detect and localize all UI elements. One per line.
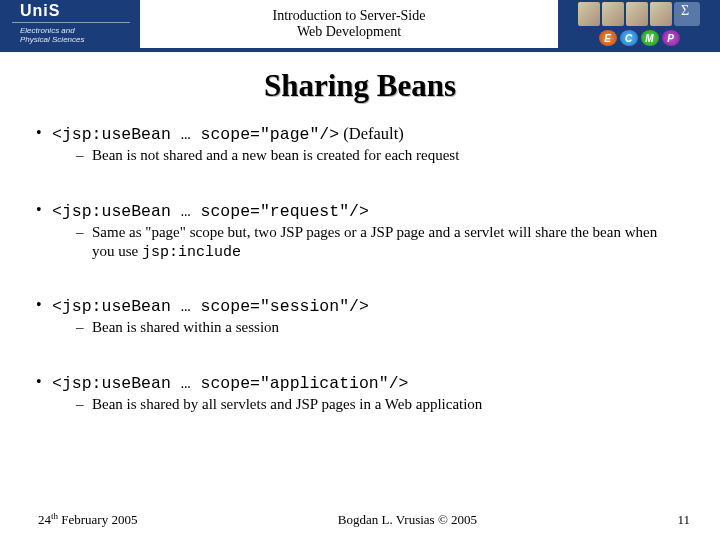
logo-divider — [12, 22, 130, 23]
face-thumb — [626, 2, 648, 26]
footer-month-year: February 2005 — [58, 512, 137, 527]
sub-text: Bean is shared within a session — [92, 319, 279, 335]
bullet-item: <jsp:useBean … scope="request"/> — [38, 201, 690, 221]
chip-c-icon: C — [620, 30, 638, 46]
face-thumb — [602, 2, 624, 26]
header-left-block: UniS Electronics and Physical Sciences — [0, 0, 140, 52]
department-name: Electronics and Physical Sciences — [20, 26, 84, 44]
dept-line2: Physical Sciences — [20, 35, 84, 44]
bullet-item: <jsp:useBean … scope="application"/> — [38, 373, 690, 393]
dept-line1: Electronics and — [20, 26, 75, 35]
header-chips: E C M P — [558, 28, 720, 48]
footer-ordinal: th — [51, 511, 58, 521]
header-center-block: Introduction to Server-Side Web Developm… — [140, 0, 558, 52]
sub-bullet-item: Bean is shared by all servlets and JSP p… — [78, 395, 690, 416]
face-thumb — [650, 2, 672, 26]
footer-author: Bogdan L. Vrusias © 2005 — [338, 512, 477, 528]
face-thumb — [578, 2, 600, 26]
chip-p-icon: P — [662, 30, 680, 46]
bullet-code: <jsp:useBean … scope="request"/> — [52, 202, 369, 221]
university-logo: UniS — [20, 2, 60, 20]
slide-header: UniS Electronics and Physical Sciences I… — [0, 0, 720, 52]
slide-title: Sharing Beans — [0, 68, 720, 104]
slide-content: <jsp:useBean … scope="page"/> (Default) … — [0, 104, 720, 416]
course-title-line2: Web Development — [297, 24, 401, 40]
sub-text: Bean is shared by all servlets and JSP p… — [92, 396, 482, 412]
bullet-code: <jsp:useBean … scope="application"/> — [52, 374, 408, 393]
course-title-line1: Introduction to Server-Side — [273, 8, 426, 24]
header-right-block: E C M P — [558, 0, 720, 52]
sub-code: jsp:include — [142, 244, 241, 261]
chip-e-icon: E — [599, 30, 617, 46]
footer-page-number: 11 — [677, 512, 690, 528]
sub-bullet-item: Same as "page" scope but, two JSP pages … — [78, 223, 690, 263]
bullet-item: <jsp:useBean … scope="session"/> — [38, 296, 690, 316]
bullet-code: <jsp:useBean … scope="session"/> — [52, 297, 369, 316]
sub-bullet-item: Bean is not shared and a new bean is cre… — [78, 146, 690, 167]
chip-m-icon: M — [641, 30, 659, 46]
bullet-code: <jsp:useBean … scope="page"/> — [52, 125, 339, 144]
sub-bullet-item: Bean is shared within a session — [78, 318, 690, 339]
sub-text: Bean is not shared and a new bean is cre… — [92, 147, 459, 163]
slide-footer: 24th February 2005 Bogdan L. Vrusias © 2… — [0, 511, 720, 528]
bullet-suffix: (Default) — [339, 124, 404, 143]
footer-day: 24 — [38, 512, 51, 527]
sigma-logo-icon — [674, 2, 700, 26]
bullet-item: <jsp:useBean … scope="page"/> (Default) — [38, 124, 690, 144]
footer-date: 24th February 2005 — [38, 511, 137, 528]
header-photos — [558, 0, 720, 28]
